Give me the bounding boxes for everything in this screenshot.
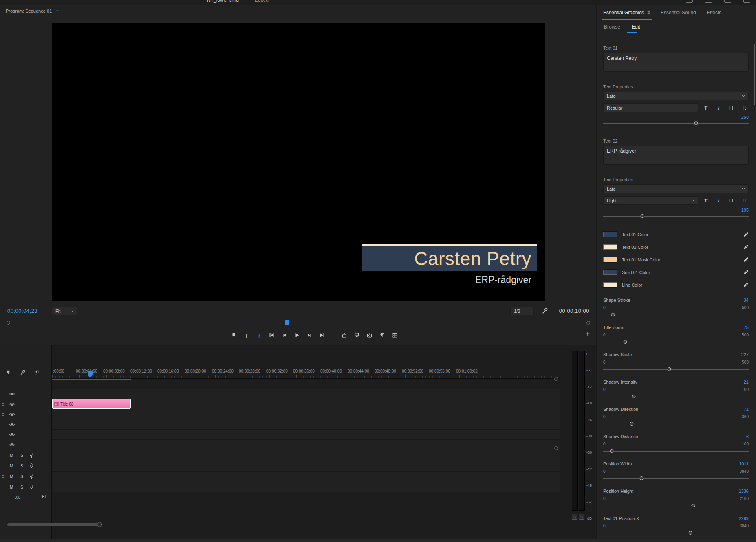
video-lanes[interactable] [52,389,560,450]
subtab-edit[interactable]: Edit [632,24,640,30]
mute-button[interactable]: M [10,453,13,458]
lift-icon[interactable] [341,332,348,338]
keyframe-nav-icon[interactable] [42,494,47,498]
slider-value[interactable]: 6 [746,434,749,439]
slider-handle[interactable] [694,121,698,125]
track-scroll-handle[interactable] [554,446,558,450]
meter-solo-button[interactable]: S [572,514,577,520]
font-family-dropdown[interactable]: Lato [603,184,749,193]
share-icon[interactable] [743,0,750,3]
current-timecode[interactable]: 00;00;04;23 [7,308,37,314]
export-frame-icon[interactable] [366,332,373,338]
slider-handle[interactable] [639,476,643,480]
fit-dropdown[interactable]: Fit [52,307,77,315]
slider-handle[interactable] [610,449,614,453]
slider-handle[interactable] [630,422,634,426]
timeline-ruler[interactable]: ;00;00 00;00;04;00 00;00;08;00 00;00;12;… [52,368,560,379]
slider-handle[interactable] [611,313,615,316]
tab-effects[interactable]: Effects [707,10,721,15]
meter-solo-button[interactable]: S [579,514,584,520]
overlay-title-text[interactable]: Carsten Petry [414,248,531,270]
zoom-scroll-handle[interactable] [97,522,102,527]
playback-resolution-dropdown[interactable]: 1/2 [510,307,534,315]
color-swatch[interactable] [603,257,617,262]
solo-button[interactable]: S [20,474,23,479]
eyedropper-icon[interactable] [743,270,749,275]
small-caps-button[interactable]: Tt [739,105,749,111]
timeline-settings-wrench-icon[interactable] [19,369,26,375]
sync-lock-toggle[interactable] [2,486,4,488]
slider-handle[interactable] [691,504,695,507]
property-slider[interactable] [603,476,749,482]
video-preview[interactable]: Carsten Petry ERP-rådgiver [52,23,545,301]
all-caps-button[interactable]: TT [726,105,736,111]
scrubber-left-handle[interactable] [7,321,10,325]
sync-lock-toggle[interactable] [2,434,4,436]
faux-bold-button[interactable]: T [701,198,711,204]
scrubber-right-handle[interactable] [586,321,590,325]
property-slider[interactable] [603,394,749,400]
go-to-out-icon[interactable] [319,332,326,338]
track-visibility-eye-icon[interactable] [9,423,15,426]
font-family-dropdown[interactable]: Lato [603,92,749,100]
faux-italic-button[interactable]: T [714,105,723,111]
panel-menu-icon[interactable]: ≡ [647,10,650,15]
slider-handle[interactable] [641,214,644,218]
track-visibility-eye-icon[interactable] [9,433,15,437]
voiceover-mic-icon[interactable] [30,485,33,490]
fullscreen-icon[interactable] [705,0,712,3]
slider-handle[interactable] [668,367,671,371]
text02-input[interactable]: ERP-rådgiver [603,146,749,165]
faux-italic-button[interactable]: T [714,198,723,204]
monitor-settings-wrench-icon[interactable] [542,308,548,316]
property-slider[interactable] [603,503,749,509]
font-size-slider[interactable] [603,121,749,127]
color-swatch[interactable] [603,232,617,237]
voiceover-mic-icon[interactable] [30,453,33,458]
mark-in-icon[interactable]: { [243,332,250,338]
sync-lock-toggle[interactable] [2,393,4,395]
sync-lock-toggle[interactable] [2,465,4,467]
playhead-line[interactable] [90,378,90,524]
slider-value[interactable]: 1336 [739,489,749,494]
panel-scrollbar[interactable] [754,44,755,105]
add-marker-icon[interactable] [231,332,237,338]
tab-essential-sound[interactable]: Essential Sound [661,10,696,15]
panel-menu-icon[interactable]: ≡ [56,8,59,14]
extract-icon[interactable] [354,332,360,338]
monitor-scrubber[interactable] [7,320,590,326]
export-icon[interactable] [724,0,731,3]
mute-button[interactable]: M [10,464,13,468]
timeline-marker-icon[interactable] [5,369,11,375]
property-slider[interactable] [603,448,749,455]
property-slider[interactable] [603,530,749,537]
property-slider[interactable] [603,312,749,318]
timeline-tracks-area[interactable]: ;00;00 00;00;04;00 00;00;08;00 00;00;12;… [52,345,560,542]
voiceover-mic-icon[interactable] [30,474,33,479]
overlay-subtitle-text[interactable]: ERP-rådgiver [362,271,537,285]
title-clip[interactable]: fx Title 08 [52,399,131,409]
slider-value[interactable]: 1011 [739,461,749,466]
font-size-slider[interactable] [603,213,749,220]
track-visibility-eye-icon[interactable] [9,402,15,406]
track-scroll-handle[interactable] [554,377,558,381]
property-slider[interactable] [603,366,749,373]
eyedropper-icon[interactable] [743,257,749,262]
track-visibility-eye-icon[interactable] [9,392,15,396]
step-forward-icon[interactable] [306,332,313,338]
step-back-icon[interactable] [281,332,288,338]
scrubber-track[interactable] [11,323,586,323]
text01-input[interactable]: Carsten Petry [603,53,749,72]
sync-lock-toggle[interactable] [2,475,4,478]
comparison-view-icon[interactable] [379,332,386,338]
scrubber-playhead[interactable] [285,320,289,325]
track-visibility-eye-icon[interactable] [9,443,15,447]
voiceover-mic-icon[interactable] [30,463,33,469]
font-size-value[interactable]: 105 [603,208,749,213]
master-level-value[interactable]: 0,0 [15,495,20,500]
color-swatch[interactable] [603,270,617,275]
slider-value[interactable]: 75 [744,325,749,330]
track-visibility-eye-icon[interactable] [9,413,15,416]
font-style-dropdown[interactable]: Regular [603,103,698,112]
solo-button[interactable]: S [20,485,23,489]
